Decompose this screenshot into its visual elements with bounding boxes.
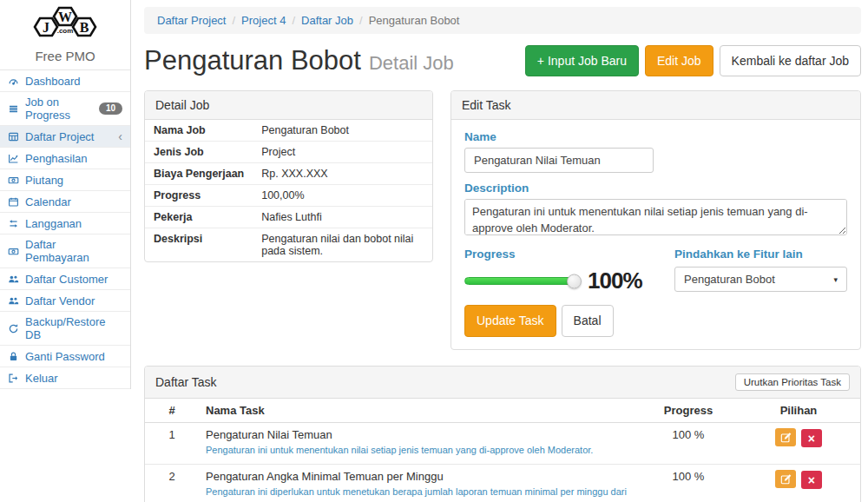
- breadcrumb-link-daftar-project[interactable]: Daftar Project: [157, 14, 226, 27]
- sidebar-item-penghasilan[interactable]: Penghasilan: [0, 148, 130, 169]
- move-feature-selected-value: Pengaturan Bobot: [684, 273, 775, 286]
- page-subtitle: Detail Job: [369, 47, 454, 75]
- sidebar-item-daftar-project[interactable]: Daftar Project ‹: [0, 126, 130, 148]
- update-task-button[interactable]: Update Task: [464, 305, 556, 336]
- sidebar-item-keluar[interactable]: Keluar: [0, 367, 130, 389]
- edit-task-button[interactable]: [775, 470, 796, 488]
- column-header-name: Nama Task: [199, 399, 640, 423]
- detail-label: Deskripsi: [145, 228, 253, 262]
- tasks-icon: [8, 103, 19, 115]
- sidebar-item-langganan[interactable]: Langganan: [0, 213, 130, 234]
- svg-text:B: B: [80, 20, 89, 35]
- edit-job-button[interactable]: Edit Job: [645, 45, 713, 76]
- table-row: 1 Pengaturan Nilai Temuan Pengaturan ini…: [145, 422, 860, 464]
- sidebar-item-label: Penghasilan: [25, 152, 88, 165]
- sidebar-item-ganti-password[interactable]: Ganti Password: [0, 346, 130, 367]
- breadcrumb-separator: /: [232, 14, 235, 27]
- close-icon: ×: [808, 433, 815, 445]
- calendar-icon: [8, 196, 19, 208]
- sidebar-item-backup-restore[interactable]: Backup/Restore DB: [0, 312, 130, 346]
- detail-label: Jenis Job: [145, 142, 253, 163]
- task-description: Pengaturan ini untuk menentukan nilai se…: [206, 443, 633, 458]
- detail-job-panel-title: Detail Job: [145, 91, 432, 120]
- breadcrumb-link-daftar-job[interactable]: Daftar Job: [301, 14, 353, 27]
- detail-job-panel: Detail Job Nama Job Pengaturan Bobot Jen…: [144, 90, 433, 262]
- users-icon: [8, 295, 19, 307]
- close-icon: ×: [808, 474, 815, 486]
- detail-job-table: Nama Job Pengaturan Bobot Jenis Job Proj…: [145, 120, 432, 261]
- task-number: 2: [145, 464, 199, 502]
- edit-task-button[interactable]: [775, 428, 796, 446]
- table-row: Deskripsi Pengaturan nilai dan bobot nil…: [145, 228, 432, 262]
- delete-task-button[interactable]: ×: [801, 471, 822, 489]
- page-header: Pengaturan Bobot Detail Job + Input Job …: [144, 45, 861, 76]
- breadcrumb-current: Pengaturan Bobot: [369, 14, 460, 27]
- table-icon: [8, 131, 19, 142]
- table-row: Pekerja Nafies Luthfi: [145, 207, 432, 228]
- progress-slider[interactable]: [464, 277, 575, 285]
- sidebar-item-label: Dashboard: [25, 75, 81, 88]
- detail-label: Nama Job: [145, 120, 253, 142]
- sidebar-item-label: Daftar Customer: [25, 273, 108, 286]
- table-row: Nama Job Pengaturan Bobot: [145, 120, 432, 142]
- sidebar-item-label: Daftar Vendor: [25, 294, 95, 307]
- sidebar-item-dashboard[interactable]: Dashboard: [0, 70, 130, 92]
- daftar-task-panel-title: Daftar Task: [155, 375, 217, 389]
- sidebar-item-label: Langganan: [25, 217, 82, 230]
- svg-text:W: W: [58, 10, 72, 24]
- sidebar-item-label: Daftar Project: [25, 130, 94, 143]
- task-table: # Nama Task Progress Pilihan 1 Pengatura…: [145, 399, 860, 502]
- edit-task-panel: Edit Task Name Description Pengaturan in…: [450, 90, 861, 349]
- detail-label: Biaya Pengerjaan: [145, 163, 253, 185]
- sidebar-item-piutang[interactable]: Piutang: [0, 169, 130, 191]
- sidebar-item-daftar-pembayaran[interactable]: Daftar Pembayaran: [0, 234, 130, 268]
- detail-value: Pengaturan Bobot: [253, 120, 432, 142]
- table-row: Progress 100,00%: [145, 185, 432, 207]
- task-number: 1: [145, 422, 199, 464]
- task-name-input[interactable]: [464, 148, 654, 173]
- pencil-square-icon: [780, 432, 792, 443]
- exchange-icon: [8, 218, 19, 229]
- batal-button[interactable]: Batal: [562, 305, 614, 336]
- breadcrumb-separator: /: [359, 14, 363, 27]
- app-logo[interactable]: W J B .com Free PMO: [0, 0, 130, 70]
- progress-slider-handle[interactable]: [567, 274, 582, 288]
- job-count-badge: 10: [99, 102, 122, 115]
- svg-text:.com: .com: [57, 27, 74, 35]
- sidebar-item-daftar-vendor[interactable]: Daftar Vendor: [0, 290, 130, 312]
- column-header-num: #: [145, 399, 199, 423]
- column-header-actions: Pilihan: [737, 399, 860, 423]
- kembali-ke-daftar-job-button[interactable]: Kembali ke daftar Job: [720, 45, 861, 76]
- task-actions: ×: [737, 464, 860, 502]
- table-row: 2 Pengaturan Angka Minimal Temuan per Mi…: [145, 464, 860, 502]
- breadcrumb-link-project-4[interactable]: Project 4: [241, 14, 286, 27]
- select-caret-icon: ▾: [833, 275, 838, 284]
- sidebar: W J B .com Free PMO Dashboard Job on Pro…: [0, 0, 131, 389]
- sidebar-item-calendar[interactable]: Calendar: [0, 191, 130, 213]
- task-progress: 100 %: [640, 422, 737, 464]
- sidebar-item-job-on-progress[interactable]: Job on Progress 10: [0, 92, 130, 126]
- progress-label: Progress: [464, 248, 674, 261]
- sidebar-item-daftar-customer[interactable]: Daftar Customer: [0, 268, 130, 290]
- brand-name: Free PMO: [0, 49, 130, 63]
- sidebar-item-label: Backup/Restore DB: [25, 315, 122, 341]
- svg-text:J: J: [43, 20, 49, 35]
- users-icon: [8, 274, 19, 285]
- delete-task-button[interactable]: ×: [801, 429, 822, 447]
- name-label: Name: [464, 130, 847, 143]
- money-icon: [8, 246, 19, 257]
- task-progress: 100 %: [640, 464, 737, 502]
- breadcrumb: Daftar Project / Project 4 / Daftar Job …: [144, 7, 861, 34]
- sidebar-item-label: Piutang: [25, 174, 63, 187]
- detail-value: Project: [253, 142, 432, 163]
- table-row: Jenis Job Project: [145, 142, 432, 163]
- task-description: Pengaturan ini diperlukan untuk menetuka…: [206, 485, 633, 502]
- task-description-textarea[interactable]: Pengaturan ini untuk menentukan nilai se…: [464, 199, 847, 235]
- input-job-baru-button[interactable]: + Input Job Baru: [525, 45, 639, 76]
- urutkan-prioritas-task-button-top[interactable]: Urutkan Prioritas Task: [735, 373, 850, 391]
- daftar-task-panel: Daftar Task Urutkan Prioritas Task # Nam…: [144, 366, 861, 502]
- header-buttons: + Input Job Baru Edit Job Kembali ke daf…: [525, 45, 861, 76]
- dashboard-icon: [8, 76, 19, 87]
- move-feature-select[interactable]: Pengaturan Bobot ▾: [674, 267, 847, 292]
- breadcrumb-separator: /: [292, 14, 295, 27]
